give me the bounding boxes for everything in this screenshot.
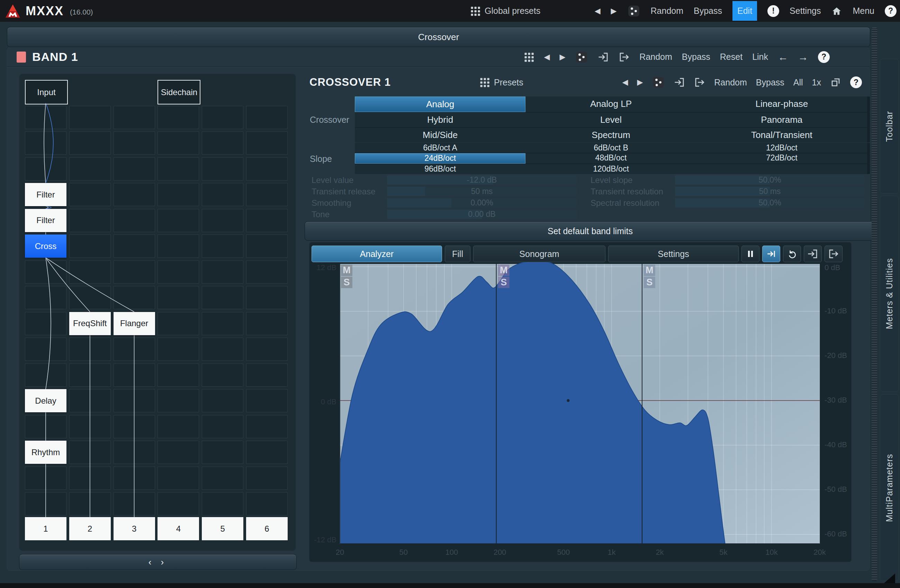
sidebar-tab-multiparameters[interactable]: MultiParameters	[880, 394, 898, 581]
global-presets-button[interactable]: Global presets	[485, 6, 540, 16]
svg-text:0 dB: 0 dB	[321, 398, 337, 406]
set-default-band-limits-button[interactable]: Set default band limits	[305, 221, 876, 241]
slope-option-48db-oct[interactable]: 48dB/oct	[526, 153, 696, 163]
reset-view-button[interactable]	[783, 246, 801, 262]
node-freqshift[interactable]: FreqShift	[69, 312, 111, 335]
crossover-option-analog[interactable]: Analog	[355, 96, 526, 112]
dice-icon[interactable]	[627, 5, 640, 18]
dice-icon[interactable]	[575, 51, 588, 63]
crossover-option-panorama[interactable]: Panorama	[697, 112, 867, 127]
next-button[interactable]: ▶	[637, 78, 643, 87]
help-icon[interactable]: ?	[885, 5, 897, 17]
slope-option-96db-oct[interactable]: 96dB/oct	[355, 164, 526, 174]
output-slot-2[interactable]: 2	[69, 517, 111, 540]
band-help-icon[interactable]: ?	[818, 51, 830, 63]
slope-option-6db-oct-b[interactable]: 6dB/oct B	[526, 143, 696, 153]
edge-scrollbar[interactable]	[872, 28, 877, 581]
crossover-all-button[interactable]: All	[793, 77, 803, 88]
slope-option-24db-oct[interactable]: 24dB/oct	[355, 153, 526, 164]
home-icon[interactable]	[831, 6, 842, 16]
export-icon[interactable]	[694, 77, 705, 88]
random-button[interactable]: Random	[651, 6, 684, 16]
crossover-option-analog-lp[interactable]: Analog LP	[526, 96, 696, 111]
pause-button[interactable]	[742, 246, 759, 262]
prev-preset-button[interactable]: ◀	[595, 6, 601, 15]
crossover-option-mid-side[interactable]: Mid/Side	[355, 128, 526, 142]
band-header: BAND 1 ◀ ▶ Random Bypass Reset Link ← → …	[7, 47, 869, 67]
analyzer-tab-analyzer[interactable]: Analyzer	[312, 246, 442, 262]
crossover-option-linear-phase[interactable]: Linear-phase	[697, 96, 867, 111]
crossover-option-tonal-transient[interactable]: Tonal/Transient	[697, 128, 867, 142]
import-settings-button[interactable]	[804, 246, 822, 262]
export-settings-button[interactable]	[824, 246, 843, 262]
import-icon[interactable]	[674, 77, 685, 88]
slope-option-120db-oct[interactable]: 120dB/oct	[526, 164, 696, 174]
param-slider[interactable]: 0.00 dB	[387, 210, 577, 219]
resize-handle[interactable]	[884, 574, 895, 583]
output-slot-3[interactable]: 3	[113, 517, 155, 540]
sidebar-tab-meters-utilities[interactable]: Meters & Utilities	[880, 196, 898, 391]
band-random-button[interactable]: Random	[639, 52, 672, 62]
node-input[interactable]: Input	[25, 80, 68, 104]
node-filter2[interactable]: Filter	[25, 209, 67, 232]
crossover-presets-button[interactable]: Presets	[494, 77, 523, 88]
undo-arrow-icon[interactable]: ←	[778, 51, 788, 63]
band-reset-button[interactable]: Reset	[720, 52, 743, 62]
param-slider[interactable]: 50 ms	[675, 187, 865, 196]
band-bypass-button[interactable]: Bypass	[682, 52, 710, 62]
alert-icon[interactable]: !	[767, 5, 779, 17]
settings-button[interactable]: Settings	[790, 6, 821, 16]
popout-icon[interactable]	[830, 77, 841, 88]
band-color-chip[interactable]	[17, 51, 26, 63]
menu-button[interactable]: Menu	[853, 6, 874, 16]
analyzer-tab-settings[interactable]: Settings	[608, 246, 739, 262]
svg-text:20: 20	[336, 548, 344, 557]
output-slot-5[interactable]: 5	[202, 517, 244, 540]
node-sidechain[interactable]: Sidechain	[157, 80, 200, 104]
prev-button[interactable]: ◀	[622, 78, 628, 87]
snap-to-edge-button[interactable]	[762, 246, 780, 262]
analyzer-tab-fill[interactable]: Fill	[445, 246, 470, 262]
sidebar-tab-toolbar[interactable]: Toolbar	[880, 59, 898, 194]
output-slot-6[interactable]: 6	[246, 517, 288, 540]
node-cross[interactable]: Cross	[25, 235, 67, 258]
spectrum-graph[interactable]: MSMSMS12 dB0 dB-12 dB0 dB-10 dB-20 dB-30…	[309, 262, 852, 560]
crossover-random-button[interactable]: Random	[714, 77, 747, 88]
crossover-bypass-button[interactable]: Bypass	[756, 77, 784, 88]
top-bar: MXXX (16.00) Global presets ◀ ▶ Random B…	[0, 0, 900, 22]
slope-option-72db-oct[interactable]: 72dB/oct	[697, 153, 867, 163]
edit-button[interactable]: Edit	[732, 1, 757, 21]
export-icon[interactable]	[619, 52, 630, 62]
output-slot-1[interactable]: 1	[25, 517, 67, 540]
next-preset-button[interactable]: ▶	[611, 6, 617, 15]
next-button[interactable]: ▶	[559, 53, 565, 62]
grid-presets-icon[interactable]	[524, 52, 534, 62]
output-slot-4[interactable]: 4	[157, 517, 199, 540]
node-filter1[interactable]: Filter	[25, 183, 67, 206]
bypass-button[interactable]: Bypass	[694, 6, 722, 16]
crossover-option-level[interactable]: Level	[526, 112, 696, 127]
node-rhythm[interactable]: Rhythm	[25, 441, 67, 464]
slope-option-12db-oct[interactable]: 12dB/oct	[697, 143, 867, 153]
crossover-option-hybrid[interactable]: Hybrid	[355, 112, 526, 127]
slope-table: 6dB/oct A6dB/oct B12dB/oct24dB/oct48dB/o…	[355, 143, 870, 174]
node-delay[interactable]: Delay	[25, 389, 67, 412]
crossover-help-icon[interactable]: ?	[850, 76, 862, 88]
slope-label: Slope	[310, 154, 332, 164]
crossover-option-spectrum[interactable]: Spectrum	[526, 128, 696, 142]
analyzer-tab-sonogram[interactable]: Sonogram	[473, 246, 605, 262]
graph-expander-button[interactable]: ‹ ›	[19, 554, 296, 570]
param-slider[interactable]: 50 ms	[387, 187, 577, 196]
param-slider[interactable]: 50.0%	[675, 198, 865, 207]
param-slider[interactable]: -12.0 dB	[387, 175, 577, 185]
prev-button[interactable]: ◀	[544, 53, 550, 62]
slope-option-6db-oct-a[interactable]: 6dB/oct A	[355, 143, 526, 153]
param-slider[interactable]: 50.0%	[675, 175, 865, 185]
node-flanger[interactable]: Flanger	[113, 312, 155, 335]
redo-arrow-icon[interactable]: →	[798, 51, 808, 63]
param-slider[interactable]: 0.00%	[387, 198, 577, 207]
band-link-button[interactable]: Link	[752, 52, 768, 62]
import-icon[interactable]	[598, 52, 609, 62]
crossover-1x-button[interactable]: 1x	[812, 77, 821, 88]
dice-icon[interactable]	[652, 76, 665, 89]
